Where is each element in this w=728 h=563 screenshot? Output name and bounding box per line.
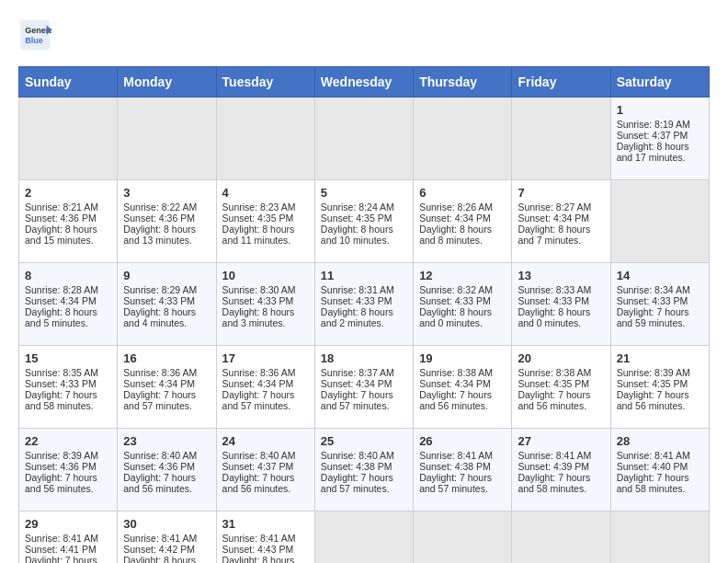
sunrise: Sunrise: 8:21 AM [25,201,98,213]
day-number: 17 [222,351,309,365]
daylight: Daylight: 8 hours and 13 minutes. [123,224,196,246]
day-cell-9: 9 Sunrise: 8:29 AM Sunset: 4:33 PM Dayli… [118,263,216,346]
empty-cell [512,511,610,564]
daylight: Daylight: 7 hours and 57 minutes. [321,472,393,494]
sunset: Sunset: 4:35 PM [518,378,589,389]
day-cell-12: 12 Sunrise: 8:32 AM Sunset: 4:33 PM Dayl… [414,263,512,346]
sunrise: Sunrise: 8:39 AM [617,367,690,378]
sunrise: Sunrise: 8:27 AM [518,201,591,213]
day-number: 24 [222,434,309,448]
logo: General Blue [18,18,55,52]
daylight: Daylight: 7 hours and 56 minutes. [518,389,590,411]
day-number: 7 [518,186,604,200]
day-cell-4: 4 Sunrise: 8:23 AM Sunset: 4:35 PM Dayli… [216,180,314,263]
daylight: Daylight: 8 hours and 0 minutes. [518,306,590,328]
daylight: Daylight: 7 hours and 57 minutes. [123,389,196,411]
daylight: Daylight: 8 hours and 10 minutes. [321,224,393,246]
sunrise: Sunrise: 8:36 AM [222,367,296,378]
sunset: Sunset: 4:33 PM [222,295,294,306]
day-number: 13 [518,269,604,282]
sunrise: Sunrise: 8:34 AM [617,284,690,295]
day-cell-13: 13 Sunrise: 8:33 AM Sunset: 4:33 PM Dayl… [512,263,610,346]
sunrise: Sunrise: 8:32 AM [419,284,493,295]
sunrise: Sunrise: 8:37 AM [321,367,394,378]
day-cell-22: 22 Sunrise: 8:39 AM Sunset: 4:36 PM Dayl… [19,429,118,511]
sunrise: Sunrise: 8:26 AM [419,201,493,213]
sunrise: Sunrise: 8:41 AM [123,533,197,544]
daylight: Daylight: 7 hours and 56 minutes. [123,472,196,494]
day-cell-8: 8 Sunrise: 8:28 AM Sunset: 4:34 PM Dayli… [19,263,118,346]
day-cell-28: 28 Sunrise: 8:41 AM Sunset: 4:40 PM Dayl… [610,429,709,511]
day-number: 16 [123,351,210,365]
sunrise: Sunrise: 8:33 AM [518,284,591,295]
day-number: 28 [617,434,703,448]
day-number: 15 [25,351,111,365]
daylight: Daylight: 7 hours and 57 minutes. [419,472,492,494]
day-cell-31: 31 Sunrise: 8:41 AM Sunset: 4:43 PM Dayl… [216,511,314,564]
daylight: Daylight: 7 hours and 56 minutes. [419,389,492,411]
day-number: 26 [419,434,506,448]
empty-cell [216,98,314,180]
day-number: 10 [222,269,309,282]
daylight: Daylight: 8 hours and 1 minute. [222,555,295,563]
sunset: Sunset: 4:34 PM [222,378,294,389]
sunrise: Sunrise: 8:22 AM [123,201,197,213]
daylight: Daylight: 8 hours and 8 minutes. [419,224,492,246]
sunrise: Sunrise: 8:41 AM [518,450,591,461]
sunrise: Sunrise: 8:19 AM [617,119,690,130]
sunrise: Sunrise: 8:36 AM [123,367,197,378]
sunset: Sunset: 4:34 PM [518,213,589,224]
daylight: Daylight: 8 hours and 4 minutes. [123,306,196,328]
day-number: 6 [419,186,506,200]
daylight: Daylight: 7 hours and 57 minutes. [321,389,393,411]
daylight: Daylight: 7 hours and 56 minutes. [222,472,295,494]
day-cell-10: 10 Sunrise: 8:30 AM Sunset: 4:33 PM Dayl… [216,263,314,346]
day-number: 21 [617,351,703,365]
daylight: Daylight: 7 hours and 59 minutes. [25,555,97,563]
day-cell-30: 30 Sunrise: 8:41 AM Sunset: 4:42 PM Dayl… [118,511,216,564]
day-number: 23 [123,434,210,448]
sunrise: Sunrise: 8:40 AM [123,450,197,461]
sunset: Sunset: 4:33 PM [419,295,491,306]
sunset: Sunset: 4:34 PM [419,378,491,389]
sunrise: Sunrise: 8:38 AM [419,367,493,378]
day-cell-19: 19 Sunrise: 8:38 AM Sunset: 4:34 PM Dayl… [414,346,512,429]
day-number: 3 [123,186,210,200]
empty-cell [414,511,512,564]
sunset: Sunset: 4:36 PM [25,461,97,472]
day-number: 19 [419,351,506,365]
sunrise: Sunrise: 8:41 AM [25,533,98,544]
sunset: Sunset: 4:36 PM [25,213,97,224]
sunset: Sunset: 4:38 PM [321,461,392,472]
sunset: Sunset: 4:37 PM [222,461,294,472]
sunset: Sunset: 4:36 PM [123,461,195,472]
day-cell-24: 24 Sunrise: 8:40 AM Sunset: 4:37 PM Dayl… [216,429,314,511]
svg-text:Blue: Blue [25,36,43,45]
day-number: 1 [617,103,703,117]
day-cell-27: 27 Sunrise: 8:41 AM Sunset: 4:39 PM Dayl… [512,429,610,511]
day-number: 25 [321,434,407,448]
daylight: Daylight: 8 hours and 5 minutes. [25,306,97,328]
sunrise: Sunrise: 8:31 AM [321,284,394,295]
day-cell-5: 5 Sunrise: 8:24 AM Sunset: 4:35 PM Dayli… [314,180,413,263]
sunset: Sunset: 4:37 PM [617,130,688,141]
day-number: 30 [123,517,210,531]
day-cell-3: 3 Sunrise: 8:22 AM Sunset: 4:36 PM Dayli… [118,180,216,263]
sunset: Sunset: 4:33 PM [25,378,97,389]
daylight: Daylight: 8 hours and 3 minutes. [222,306,295,328]
sunrise: Sunrise: 8:41 AM [617,450,690,461]
sunrise: Sunrise: 8:40 AM [321,450,394,461]
day-cell-21: 21 Sunrise: 8:39 AM Sunset: 4:35 PM Dayl… [610,346,709,429]
daylight: Daylight: 8 hours and 0 minutes. [419,306,492,328]
day-cell-20: 20 Sunrise: 8:38 AM Sunset: 4:35 PM Dayl… [512,346,610,429]
empty-cell [512,98,610,180]
sunset: Sunset: 4:38 PM [419,461,491,472]
day-header-saturday: Saturday [610,67,709,98]
sunset: Sunset: 4:40 PM [617,461,688,472]
day-number: 11 [321,269,407,282]
sunrise: Sunrise: 8:41 AM [222,533,296,544]
day-cell-11: 11 Sunrise: 8:31 AM Sunset: 4:33 PM Dayl… [314,263,413,346]
sunset: Sunset: 4:43 PM [222,544,294,555]
day-cell-15: 15 Sunrise: 8:35 AM Sunset: 4:33 PM Dayl… [19,346,118,429]
sunset: Sunset: 4:35 PM [222,213,294,224]
